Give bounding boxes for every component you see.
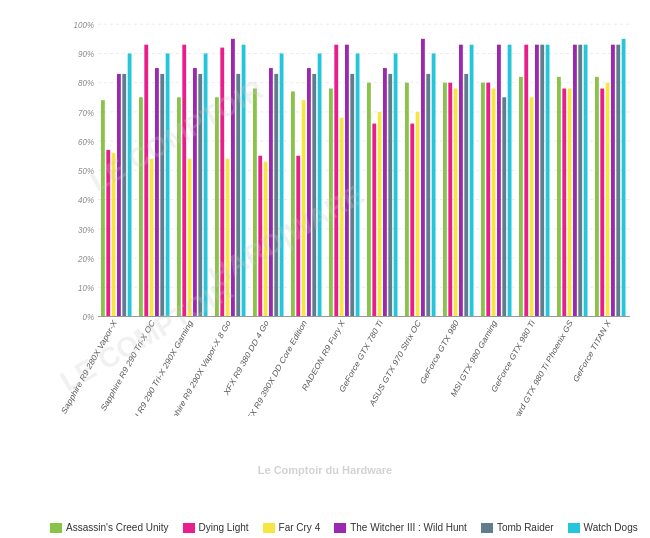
svg-rect-68 — [269, 68, 273, 316]
svg-rect-102 — [508, 45, 512, 317]
svg-rect-103 — [546, 45, 550, 317]
svg-rect-64 — [117, 74, 121, 317]
svg-rect-92 — [128, 53, 132, 316]
svg-rect-40 — [258, 156, 262, 317]
svg-rect-57 — [378, 112, 382, 317]
svg-rect-28 — [329, 89, 333, 317]
svg-rect-105 — [622, 39, 626, 317]
svg-rect-104 — [584, 45, 588, 317]
svg-rect-44 — [410, 124, 414, 317]
legend: Assassin's Creed UnityDying LightFar Cry… — [50, 522, 640, 533]
svg-rect-82 — [274, 74, 278, 317]
svg-rect-33 — [519, 77, 523, 317]
svg-rect-51 — [150, 159, 154, 317]
svg-rect-94 — [204, 53, 208, 316]
chart-container: LE COMPTOIR HARD|WARE LE COMPTOIR 0%10%2… — [0, 0, 650, 538]
svg-rect-79 — [160, 74, 164, 317]
chart-area: 0%10%20%30%40%50%60%70%80%90%100%Sapphir… — [60, 18, 640, 416]
svg-rect-52 — [188, 159, 192, 317]
svg-rect-77 — [611, 45, 615, 317]
svg-rect-58 — [416, 112, 420, 317]
bar-chart: 0%10%20%30%40%50%60%70%80%90%100%Sapphir… — [60, 18, 640, 416]
svg-rect-78 — [122, 74, 126, 317]
svg-rect-37 — [144, 45, 148, 317]
svg-rect-86 — [426, 74, 430, 317]
svg-rect-31 — [443, 83, 447, 317]
svg-text:40%: 40% — [78, 195, 94, 206]
svg-rect-76 — [573, 45, 577, 317]
svg-rect-35 — [595, 77, 599, 317]
svg-rect-101 — [470, 45, 474, 317]
svg-rect-25 — [215, 97, 219, 316]
svg-text:90%: 90% — [78, 48, 94, 59]
svg-rect-100 — [432, 53, 436, 316]
svg-rect-84 — [350, 74, 354, 317]
svg-text:10%: 10% — [78, 282, 94, 293]
svg-rect-66 — [193, 68, 197, 316]
svg-rect-97 — [318, 53, 322, 316]
svg-rect-39 — [220, 48, 224, 317]
svg-text:GeForce GTX 980: GeForce GTX 980 — [418, 317, 461, 386]
svg-rect-67 — [231, 39, 235, 317]
svg-rect-32 — [481, 83, 485, 317]
svg-rect-63 — [606, 83, 610, 317]
svg-rect-27 — [291, 91, 295, 316]
svg-rect-75 — [535, 45, 539, 317]
svg-rect-59 — [454, 89, 458, 317]
svg-text:XFX R9 390X DD Core Edition: XFX R9 390X DD Core Edition — [243, 317, 309, 416]
footer-watermark: Le Comptoir du Hardware — [258, 464, 392, 476]
svg-text:GeForce TITAN X: GeForce TITAN X — [571, 317, 612, 384]
svg-rect-80 — [198, 74, 202, 317]
svg-text:20%: 20% — [77, 253, 94, 264]
svg-rect-60 — [492, 89, 496, 317]
svg-rect-98 — [356, 53, 360, 316]
legend-item: Assassin's Creed Unity — [50, 522, 169, 533]
svg-rect-29 — [367, 83, 371, 317]
svg-rect-46 — [486, 83, 490, 317]
svg-text:80%: 80% — [78, 78, 94, 89]
svg-text:0%: 0% — [82, 311, 94, 322]
svg-rect-62 — [568, 89, 572, 317]
svg-rect-65 — [155, 68, 159, 316]
svg-rect-72 — [421, 39, 425, 317]
svg-rect-54 — [264, 162, 268, 317]
svg-rect-53 — [226, 159, 230, 317]
svg-rect-49 — [600, 89, 604, 317]
svg-text:60%: 60% — [78, 136, 94, 147]
svg-rect-41 — [296, 156, 300, 317]
legend-item: Dying Light — [183, 522, 249, 533]
svg-rect-71 — [383, 68, 387, 316]
svg-text:RADEON R9 Fury X: RADEON R9 Fury X — [300, 317, 346, 393]
svg-rect-90 — [578, 45, 582, 317]
legend-item: Tomb Raider — [481, 522, 554, 533]
svg-text:Sapphire R9 290X Vapor-X 8 Go: Sapphire R9 290X Vapor-X 8 Go — [163, 317, 233, 416]
svg-rect-36 — [106, 150, 110, 317]
svg-rect-34 — [557, 77, 561, 317]
svg-text:50%: 50% — [78, 165, 94, 176]
svg-rect-81 — [236, 74, 240, 317]
svg-rect-70 — [345, 45, 349, 317]
svg-rect-85 — [388, 74, 392, 317]
svg-rect-38 — [182, 45, 186, 317]
legend-item: The Witcher III : Wild Hunt — [334, 522, 467, 533]
svg-rect-99 — [394, 53, 398, 316]
svg-rect-95 — [242, 45, 246, 317]
svg-rect-56 — [340, 118, 344, 317]
svg-rect-96 — [280, 53, 284, 316]
svg-rect-87 — [464, 74, 468, 317]
svg-rect-83 — [312, 74, 316, 317]
svg-rect-69 — [307, 68, 311, 316]
svg-rect-55 — [302, 100, 306, 316]
svg-rect-88 — [502, 97, 506, 316]
svg-rect-47 — [524, 45, 528, 317]
svg-text:Gainward GTX 980 Ti Phoenix GS: Gainward GTX 980 Ti Phoenix GS — [502, 317, 575, 416]
svg-rect-89 — [540, 45, 544, 317]
svg-rect-45 — [448, 83, 452, 317]
svg-rect-50 — [112, 153, 116, 317]
svg-rect-42 — [334, 45, 338, 317]
svg-rect-30 — [405, 83, 409, 317]
svg-rect-48 — [562, 89, 566, 317]
svg-rect-26 — [253, 89, 257, 317]
svg-rect-61 — [530, 97, 534, 316]
legend-item: Far Cry 4 — [263, 522, 321, 533]
